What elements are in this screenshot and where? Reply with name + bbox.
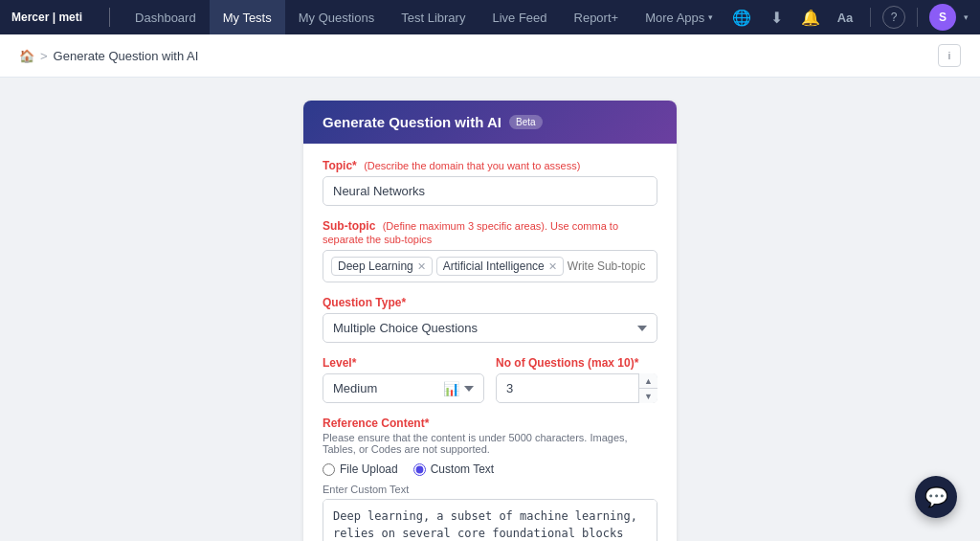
question-type-select[interactable]: Multiple Choice Questions True/False Sho… [323, 313, 657, 343]
radio-file-upload-input[interactable] [323, 463, 335, 476]
main-content: Generate Question with AI Beta Topic* (D… [0, 78, 980, 541]
tag-deep-learning: Deep Learning ✕ [331, 257, 433, 276]
custom-text-label: Enter Custom Text [323, 484, 657, 495]
number-spinners: ▲ ▼ [638, 373, 657, 403]
chat-bubble-icon: 💬 [924, 485, 948, 508]
reference-type-radio-group: File Upload Custom Text [323, 462, 657, 476]
nav-divider-logo [109, 8, 110, 27]
info-button[interactable]: i [938, 44, 961, 67]
level-field-group: Level* Easy Medium Hard 📊 [323, 356, 484, 403]
no-questions-field-group: No of Questions (max 10)* ▲ ▼ [496, 356, 657, 403]
spin-up-button[interactable]: ▲ [639, 373, 657, 389]
radio-custom-text-input[interactable] [413, 463, 426, 476]
custom-text-area[interactable]: Deep learning, a subset of machine learn… [323, 499, 657, 541]
level-select-wrap: Easy Medium Hard 📊 [323, 373, 484, 403]
topic-label: Topic* (Describe the domain that you wan… [323, 159, 657, 172]
navbar: Mercer | meti Dashboard My Tests My Ques… [0, 0, 980, 34]
translate-icon[interactable]: 🌐 [728, 4, 755, 31]
no-questions-label: No of Questions (max 10)* [496, 356, 657, 370]
nav-right-actions: 🌐 ⬇ 🔔 Aa ? S ▾ [728, 4, 969, 31]
level-questions-row: Level* Easy Medium Hard 📊 No of Question… [323, 356, 657, 417]
radio-custom-text[interactable]: Custom Text [413, 462, 494, 476]
tag-ai-remove[interactable]: ✕ [548, 260, 557, 273]
logo: Mercer | meti [11, 11, 82, 24]
beta-badge: Beta [509, 115, 543, 129]
tag-artificial-intelligence: Artificial Intelligence ✕ [436, 257, 564, 276]
subtopic-label: Sub-topic (Define maximum 3 specific are… [323, 219, 657, 246]
level-select[interactable]: Easy Medium Hard [323, 373, 484, 403]
nav-item-report[interactable]: Report+ [561, 0, 633, 34]
breadcrumb-home[interactable]: 🏠 [19, 49, 34, 63]
reference-label: Reference Content* [323, 417, 657, 430]
download-icon[interactable]: ⬇ [763, 4, 790, 31]
level-label: Level* [323, 356, 484, 370]
card-title: Generate Question with AI [323, 114, 501, 130]
nav-item-my-questions[interactable]: My Questions [285, 0, 388, 34]
avatar[interactable]: S [929, 4, 956, 31]
nav-right-divider2 [917, 8, 918, 27]
nav-items: Dashboard My Tests My Questions Test Lib… [122, 0, 728, 34]
topic-input[interactable] [323, 176, 657, 206]
nav-item-dashboard[interactable]: Dashboard [122, 0, 210, 34]
generate-question-card: Generate Question with AI Beta Topic* (D… [303, 101, 677, 541]
reference-content-group: Reference Content* Please ensure that th… [323, 417, 657, 541]
breadcrumb-bar: 🏠 > Generate Question with AI i [0, 34, 980, 78]
font-size-icon[interactable]: Aa [832, 4, 858, 31]
bell-icon[interactable]: 🔔 [797, 4, 824, 31]
nav-right-divider [870, 8, 871, 27]
no-questions-input-wrap: ▲ ▼ [496, 373, 657, 403]
reference-hint: Please ensure that the content is under … [323, 432, 657, 455]
logo-text: Mercer | meti [11, 11, 82, 24]
nav-item-my-tests[interactable]: My Tests [210, 0, 285, 34]
nav-item-more-apps[interactable]: More Apps ▾ [632, 0, 726, 34]
more-apps-chevron: ▾ [708, 12, 713, 22]
avatar-chevron: ▾ [964, 12, 969, 22]
no-questions-input[interactable] [496, 373, 657, 403]
question-type-field-group: Question Type* Multiple Choice Questions… [323, 296, 657, 343]
spin-down-button[interactable]: ▼ [639, 389, 657, 403]
subtopic-tags-input[interactable]: Deep Learning ✕ Artificial Intelligence … [323, 250, 657, 282]
question-type-label: Question Type* [323, 296, 657, 309]
breadcrumb-current-page: Generate Question with AI [54, 49, 199, 63]
subtopic-text-input[interactable] [568, 259, 649, 273]
card-header: Generate Question with AI Beta [303, 101, 677, 144]
chat-bubble-button[interactable]: 💬 [915, 476, 957, 518]
topic-field-group: Topic* (Describe the domain that you wan… [323, 159, 657, 206]
nav-item-test-library[interactable]: Test Library [388, 0, 479, 34]
topic-hint: (Describe the domain that you want to as… [364, 160, 580, 171]
help-icon[interactable]: ? [882, 6, 905, 29]
breadcrumb-separator: > [40, 49, 48, 63]
nav-item-live-feed[interactable]: Live Feed [479, 0, 560, 34]
radio-file-upload[interactable]: File Upload [323, 462, 398, 476]
tag-deep-learning-remove[interactable]: ✕ [417, 260, 426, 273]
subtopic-field-group: Sub-topic (Define maximum 3 specific are… [323, 219, 657, 282]
card-body: Topic* (Describe the domain that you wan… [303, 144, 677, 541]
